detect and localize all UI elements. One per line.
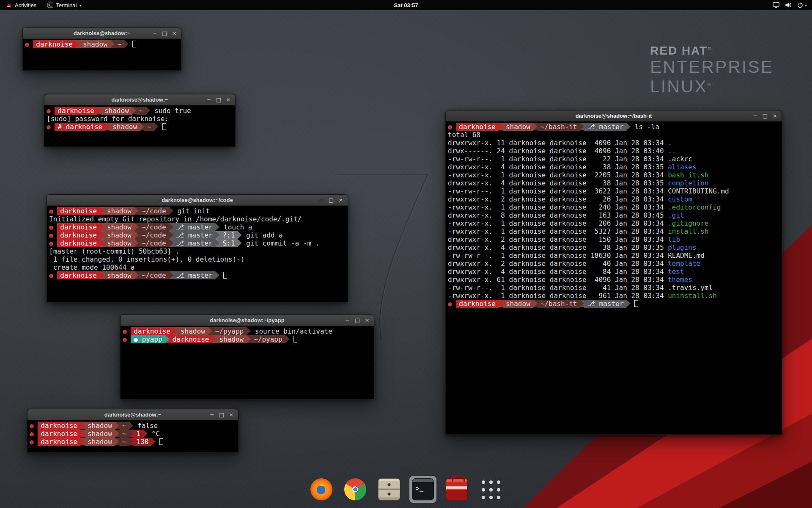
dock-item-terminal[interactable] <box>409 476 436 503</box>
terminal-line: ● darknoiseshadow~/pyapp source bin/acti… <box>123 327 372 335</box>
terminal-window[interactable]: darknoise@shadow:~─□×● darknoiseshadow~ <box>22 28 181 71</box>
terminal-text: bash_it.sh <box>668 171 708 179</box>
prompt-segment: # darknoise <box>55 123 105 131</box>
dock-item-toolbox[interactable] <box>443 476 470 503</box>
maximize-button[interactable]: □ <box>761 112 769 120</box>
dock-item-firefox[interactable] <box>308 476 335 503</box>
terminal-line: ● darknoiseshadow~130 <box>30 438 236 446</box>
window-titlebar[interactable]: darknoise@shadow:~/pyapp─□× <box>121 315 374 326</box>
maximize-button[interactable]: □ <box>161 30 168 37</box>
close-button[interactable]: × <box>771 112 779 120</box>
powerline-arrow-icon <box>169 271 173 279</box>
window-titlebar[interactable]: darknoise@shadow:~/bash-it─□× <box>446 110 782 121</box>
terminal-text: drwxrwxr-x. 4 darknoise darknoise 84 Jan… <box>448 268 668 276</box>
maximize-button[interactable]: □ <box>218 411 225 419</box>
maximize-button[interactable]: □ <box>327 196 335 204</box>
prompt-segment: ~/code <box>139 207 169 215</box>
prompt-segment: ⎇ master <box>584 300 626 308</box>
dock-item-files[interactable] <box>376 476 403 503</box>
window-controls: ─□× <box>208 411 238 419</box>
toolbox-icon <box>446 478 468 500</box>
prompt-segment: S:1 <box>219 239 238 247</box>
terminal-text: ● <box>25 40 33 48</box>
maximize-button[interactable]: □ <box>215 96 222 104</box>
prompt-segment: ~ <box>115 40 125 48</box>
close-button[interactable]: × <box>363 317 371 324</box>
terminal-line: -rwxrwxr-x. 1 darknoise darknoise 5327 J… <box>448 227 779 235</box>
terminal-line: drwxrwxr-x. 2 darknoise darknoise 26 Jan… <box>448 195 779 203</box>
terminal-text: -rwxrwxr-x. 1 darknoise darknoise 206 Ja… <box>448 219 668 227</box>
powerline-arrow-icon <box>169 223 173 231</box>
terminal-body[interactable]: ● darknoiseshadow~/code git initInitiali… <box>47 206 348 281</box>
terminal-line: ● ● pyappdarknoiseshadow~/pyapp <box>123 335 372 343</box>
terminal-text: false <box>133 422 158 430</box>
terminal-window[interactable]: darknoise@shadow:~─□×● darknoiseshadow~ … <box>27 409 239 453</box>
terminal-body[interactable]: ● darknoiseshadow~ <box>23 39 181 50</box>
close-button[interactable]: × <box>170 30 178 37</box>
terminal-line: -rwxrwxr-x. 1 darknoise darknoise 206 Ja… <box>448 219 779 227</box>
terminal-text: .gitignore <box>668 219 708 227</box>
powerline-arrow-icon <box>169 207 173 215</box>
window-titlebar[interactable]: darknoise@shadow:~─□× <box>23 28 181 39</box>
terminal-body[interactable]: ● darknoiseshadow~/pyapp source bin/acti… <box>121 326 374 345</box>
close-button[interactable]: × <box>337 196 345 204</box>
terminal-text: create mode 100644 a <box>49 263 134 271</box>
powerline-arrow-icon <box>208 327 212 335</box>
terminal-text: . <box>668 139 672 147</box>
powerline-arrow-icon <box>499 123 503 130</box>
terminal-window[interactable]: darknoise@shadow:~/pyapp─□×● darknoisesh… <box>120 315 374 399</box>
powerline-arrow-icon <box>247 327 251 335</box>
dock-item-apps[interactable] <box>477 476 504 503</box>
close-button[interactable]: × <box>228 411 235 419</box>
terminal-window[interactable]: darknoise@shadow:~/code─□×● darknoisesha… <box>47 194 348 302</box>
clock[interactable]: Sat 03:57 <box>394 2 418 8</box>
minimize-button[interactable]: ─ <box>208 411 216 419</box>
terminal-text: aliases <box>668 163 696 171</box>
prompt-segment: ~/pyapp <box>251 335 285 343</box>
terminal-text: ^C <box>148 430 160 438</box>
terminal-window[interactable]: darknoise@shadow:~─□×● darknoiseshadow~ … <box>44 94 236 147</box>
powerline-arrow-icon <box>238 231 242 239</box>
terminal-body[interactable]: ● darknoiseshadow~/bash-it⎇ master ls -l… <box>446 121 782 309</box>
terminal-text: -rwxrwxr-x. 1 darknoise darknoise 240 Ja… <box>448 203 668 211</box>
volume-icon[interactable] <box>785 2 792 8</box>
terminal-line: drwxrwxr-x. 4 darknoise darknoise 38 Jan… <box>448 243 779 251</box>
terminal-text: drwxrwxr-x. 2 darknoise darknoise 150 Ja… <box>448 235 668 243</box>
powerline-arrow-icon <box>100 231 104 239</box>
prompt-segment: darknoise <box>38 438 80 446</box>
display-icon[interactable] <box>773 2 779 8</box>
window-controls: ─□× <box>344 317 374 324</box>
activities-button[interactable]: Activities <box>4 0 38 10</box>
powerline-arrow-icon <box>165 335 170 343</box>
terminal-text: custom <box>668 195 692 203</box>
app-menu-terminal[interactable]: Terminal ▾ <box>46 0 83 10</box>
minimize-button[interactable]: ─ <box>752 112 759 120</box>
prompt-segment: darknoise <box>55 107 97 115</box>
desktop: RED HAT® ENTERPRISE LINUX® darknoise@sha… <box>0 0 812 508</box>
window-titlebar[interactable]: darknoise@shadow:~/code─□× <box>47 195 348 206</box>
system-menu[interactable]: ▾ <box>797 2 807 8</box>
prompt-segment: darknoise <box>38 430 80 438</box>
minimize-button[interactable]: ─ <box>344 317 351 324</box>
minimize-button[interactable]: ─ <box>318 196 325 204</box>
terminal-line: ● darknoiseshadow~1 ^C <box>30 430 236 438</box>
prompt-segment: shadow <box>104 223 134 231</box>
minimize-button[interactable]: ─ <box>205 96 213 104</box>
powerline-arrow-icon <box>80 430 85 437</box>
minimize-button[interactable]: ─ <box>151 30 159 37</box>
maximize-button[interactable]: □ <box>354 317 361 324</box>
window-titlebar[interactable]: darknoise@shadow:~─□× <box>27 409 238 420</box>
prompt-segment: ⎇ master <box>173 271 216 279</box>
window-titlebar[interactable]: darknoise@shadow:~─□× <box>44 94 235 105</box>
terminal-text: -rwxrwxr-x. 1 darknoise darknoise 2205 J… <box>448 171 668 179</box>
terminal-window[interactable]: darknoise@shadow:~/bash-it─□×● darknoise… <box>445 110 782 435</box>
close-button[interactable]: × <box>225 96 232 104</box>
powerline-arrow-icon <box>533 300 538 307</box>
terminal-text: .git <box>668 211 684 219</box>
dock-item-chrome[interactable] <box>342 476 369 503</box>
terminal-text: ● <box>123 335 131 343</box>
terminal-icon <box>412 478 434 500</box>
powerline-arrow-icon <box>215 239 219 247</box>
terminal-body[interactable]: ● darknoiseshadow~ false● darknoiseshado… <box>27 420 238 447</box>
terminal-body[interactable]: ● darknoiseshadow~ sudo true[sudo] passw… <box>44 105 235 132</box>
